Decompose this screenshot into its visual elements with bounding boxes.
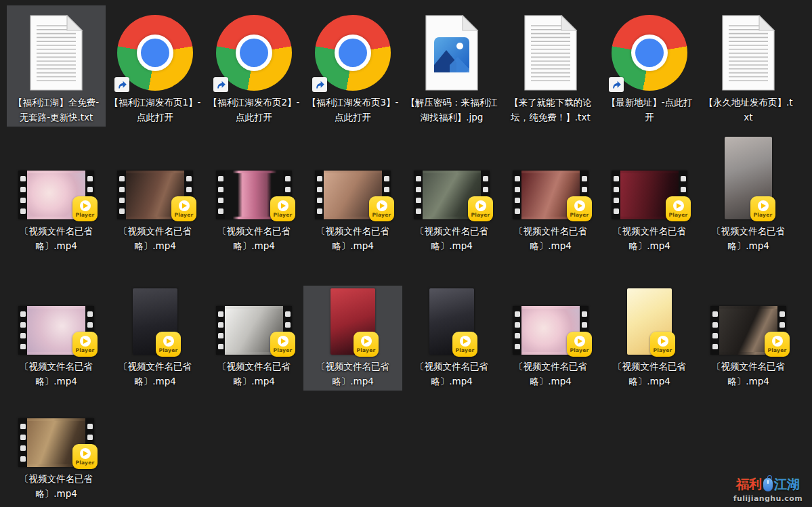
shortcut-arrow-icon: [215, 79, 226, 90]
video-thumbnail: Player: [330, 288, 375, 355]
filmstrip-sprockets: [216, 171, 225, 219]
player-badge-icon: Player: [72, 332, 98, 357]
file-label: 〔视频文件名已省略〕.mp4: [207, 359, 301, 389]
desktop-item-video[interactable]: Player 〔视频文件名已省略〕.mp4: [303, 286, 402, 391]
item-media: Player: [106, 135, 205, 219]
file-label: 〔视频文件名已省略〕.mp4: [207, 224, 301, 254]
video-thumbnail: Player: [414, 171, 490, 219]
file-label: 〔视频文件名已省略〕.mp4: [306, 224, 400, 254]
desktop-item-txt[interactable]: 【来了就能下载的论坛，纯免费！】.txt: [501, 5, 600, 127]
item-media: Player: [699, 287, 798, 355]
file-label: 〔视频文件名已省略〕.mp4: [108, 359, 202, 389]
chrome-icon: [315, 15, 391, 91]
player-badge-icon: Player: [156, 332, 181, 357]
desktop-item-video[interactable]: Player 〔视频文件名已省略〕.mp4: [600, 286, 699, 391]
player-badge-icon: Player: [666, 196, 691, 221]
item-media: Player: [402, 287, 501, 355]
video-thumbnail: Player: [429, 288, 474, 355]
video-thumbnail: Player: [133, 288, 177, 355]
file-label: 【解压密码：来福利江湖找福利】.jpg: [405, 95, 498, 125]
desktop-item-video[interactable]: Player 〔视频文件名已省略〕.mp4: [106, 134, 205, 255]
item-media: Player: [501, 135, 600, 219]
play-icon: [658, 336, 668, 347]
chrome-icon: [612, 15, 687, 91]
player-badge-icon: Player: [567, 196, 592, 221]
shortcut-overlay: [609, 77, 624, 92]
item-media: Player: [600, 287, 699, 355]
desktop-item-video[interactable]: Player 〔视频文件名已省略〕.mp4: [501, 134, 600, 255]
desktop-item-video[interactable]: Player 〔视频文件名已省略〕.mp4: [402, 134, 501, 255]
desktop-item-video[interactable]: Player 〔视频文件名已省略〕.mp4: [7, 286, 106, 391]
desktop-item-video[interactable]: Player 〔视频文件名已省略〕.mp4: [402, 286, 501, 391]
player-badge-icon: Player: [270, 196, 295, 221]
item-media: Player: [7, 418, 106, 467]
item-media: Player: [303, 287, 402, 355]
desktop-item-video[interactable]: Player 〔视频文件名已省略〕.mp4: [699, 286, 798, 391]
play-icon: [574, 200, 585, 211]
filmstrip-sprockets: [18, 306, 27, 355]
item-media: Player: [7, 135, 106, 219]
play-icon: [475, 200, 486, 211]
filmstrip-sprockets: [513, 171, 521, 219]
shortcut-overlay: [213, 77, 228, 92]
video-thumbnail: Player: [627, 288, 672, 355]
desktop-item-chrome-shortcut[interactable]: 【福利江湖发布页3】-点此打开: [303, 5, 402, 127]
item-media: [7, 7, 106, 91]
file-label: 〔视频文件名已省略〕.mp4: [9, 359, 103, 389]
player-badge-icon: Player: [369, 196, 394, 221]
player-badge-icon: Player: [650, 332, 675, 357]
filmstrip-sprockets: [117, 171, 126, 219]
file-label: 〔视频文件名已省略〕.mp4: [504, 224, 597, 254]
desktop-item-chrome-shortcut[interactable]: 【最新地址】-点此打开: [600, 5, 699, 127]
file-label: 【来了就能下载的论坛，纯免费！】.txt: [504, 95, 597, 125]
site-watermark: 福利 江湖 fulijianghu.com: [733, 476, 803, 503]
item-media: Player: [600, 135, 699, 219]
file-label: 〔视频文件名已省略〕.mp4: [405, 359, 498, 389]
desktop-item-txt[interactable]: 【福利江湖】全免费-无套路-更新快.txt: [7, 5, 106, 127]
play-icon: [758, 200, 769, 211]
desktop-item-video[interactable]: Player 〔视频文件名已省略〕.mp4: [303, 134, 402, 255]
play-icon: [673, 200, 684, 211]
desktop-item-jpg[interactable]: 【解压密码：来福利江湖找福利】.jpg: [402, 5, 501, 127]
play-icon: [80, 200, 91, 211]
file-label: 〔视频文件名已省略〕.mp4: [306, 359, 400, 389]
shortcut-overlay: [312, 77, 327, 92]
video-thumbnail: Player: [216, 171, 292, 219]
mouse-icon: [763, 478, 773, 491]
video-thumbnail: Player: [18, 418, 94, 467]
item-media: [106, 7, 205, 91]
video-thumbnail: Player: [18, 306, 94, 355]
item-media: Player: [205, 135, 303, 219]
desktop-item-video[interactable]: Player 〔视频文件名已省略〕.mp4: [7, 134, 106, 255]
desktop-item-video[interactable]: Player 〔视频文件名已省略〕.mp4: [699, 134, 798, 255]
icon-row: Player 〔视频文件名已省略〕.mp4: [7, 417, 106, 503]
shortcut-arrow-icon: [611, 79, 622, 90]
watermark-url: fulijianghu.com: [733, 494, 803, 503]
desktop-item-video[interactable]: Player 〔视频文件名已省略〕.mp4: [501, 286, 600, 391]
desktop-item-video[interactable]: Player 〔视频文件名已省略〕.mp4: [205, 286, 303, 391]
file-label: 【福利江湖发布页1】-点此打开: [108, 95, 202, 125]
video-thumbnail: Player: [612, 171, 687, 219]
chrome-icon: [117, 15, 193, 91]
desktop-item-video[interactable]: Player 〔视频文件名已省略〕.mp4: [106, 286, 205, 391]
shortcut-arrow-icon: [116, 79, 127, 90]
text-file-icon: [721, 15, 776, 91]
item-media: [501, 7, 600, 91]
desktop-item-chrome-shortcut[interactable]: 【福利江湖发布页1】-点此打开: [106, 5, 205, 127]
file-label: 〔视频文件名已省略〕.mp4: [603, 359, 696, 389]
item-media: Player: [205, 287, 303, 355]
desktop-item-video[interactable]: Player 〔视频文件名已省略〕.mp4: [600, 134, 699, 255]
play-icon: [163, 336, 174, 347]
desktop-item-video[interactable]: Player 〔视频文件名已省略〕.mp4: [205, 134, 303, 255]
desktop-item-txt[interactable]: 【永久地址发布页】.txt: [699, 5, 798, 127]
filmstrip-sprockets: [18, 171, 27, 219]
text-file-icon: [523, 15, 578, 91]
file-label: 【福利江湖】全免费-无套路-更新快.txt: [9, 95, 103, 125]
player-badge-icon: Player: [72, 444, 98, 469]
play-icon: [772, 336, 783, 347]
item-media: Player: [501, 287, 600, 355]
desktop-item-chrome-shortcut[interactable]: 【福利江湖发布页2】-点此打开: [205, 5, 303, 127]
desktop-item-video[interactable]: Player 〔视频文件名已省略〕.mp4: [7, 417, 106, 503]
filmstrip-sprockets: [513, 306, 521, 355]
player-badge-icon: Player: [72, 196, 98, 221]
